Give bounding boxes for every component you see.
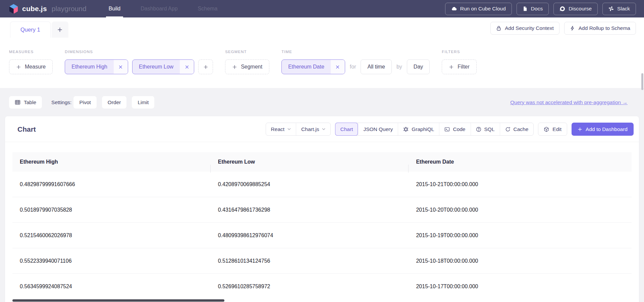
horizontal-scrollbar-thumb[interactable]: [12, 299, 224, 302]
plus-icon: [578, 127, 582, 132]
plus-icon: [203, 64, 208, 70]
cubejs-logo-icon: [9, 4, 18, 14]
dimension-chip-label[interactable]: Ethereum High: [65, 60, 114, 74]
chart-toolbar: React Chart.js Chart JSON Query: [266, 123, 634, 136]
lock-icon: [496, 26, 501, 31]
order-button[interactable]: Order: [102, 96, 127, 109]
tab-chart[interactable]: Chart: [335, 123, 358, 136]
vertical-scrollbar-thumb[interactable]: [641, 73, 643, 90]
pivot-button[interactable]: Pivot: [73, 96, 96, 109]
add-measure-label: Measure: [25, 64, 46, 70]
docs-button[interactable]: Docs: [517, 3, 549, 15]
slack-button[interactable]: Slack: [602, 3, 636, 15]
cell-ethereum-high: 0.5018979907035828: [12, 207, 211, 213]
dimensions-group: DIMENSIONS Ethereum High Ethereum Low: [65, 50, 213, 74]
framework-select[interactable]: React: [266, 123, 296, 135]
discourse-button[interactable]: Discourse: [553, 3, 598, 15]
add-query-tab-button[interactable]: [52, 21, 68, 38]
add-segment-label: Segment: [241, 64, 262, 70]
tab-sql-label: SQL: [484, 126, 495, 132]
cube-outline-icon: [544, 127, 549, 132]
query-tab-query-1[interactable]: Query 1: [10, 21, 51, 38]
doc-icon: [523, 6, 528, 11]
framework-select-value: React: [271, 126, 285, 132]
edit-button[interactable]: Edit: [538, 123, 567, 136]
settings-label: Settings:: [51, 99, 71, 105]
granularity-button[interactable]: Day: [407, 59, 430, 74]
chart-card-header: Chart React Chart.js Chart JSON Query: [5, 116, 639, 142]
add-filter-button[interactable]: Filter: [442, 59, 477, 74]
chip-remove-button[interactable]: [331, 60, 345, 74]
date-range-button[interactable]: All time: [361, 59, 391, 74]
segment-label: SEGMENT: [225, 50, 269, 54]
dimension-chip-label[interactable]: Ethereum Low: [132, 60, 180, 74]
chart-card: Chart React Chart.js Chart JSON Query: [5, 116, 639, 302]
preaggregation-link[interactable]: Query was not accelerated with pre-aggre…: [510, 99, 628, 105]
library-select[interactable]: Chart.js: [296, 123, 330, 135]
add-security-context-button[interactable]: Add Security Context: [490, 22, 559, 35]
chip-remove-button[interactable]: [180, 60, 194, 74]
cell-ethereum-high: 0.5215460062026978: [12, 232, 211, 239]
run-on-cube-cloud-button[interactable]: Run on Cube Cloud: [445, 3, 512, 15]
table-row: 0.5522339940071106 0.5128610134124756 20…: [12, 248, 632, 274]
dimension-chip[interactable]: Ethereum High: [65, 59, 128, 74]
table-view-button[interactable]: Table: [9, 96, 42, 109]
cell-ethereum-high: 0.48298799991607666: [12, 181, 211, 187]
plus-icon: [57, 27, 63, 33]
add-rollup-to-schema-button[interactable]: Add Rollup to Schema: [564, 22, 636, 35]
time-dimension-chip[interactable]: Ethereum Date: [281, 59, 345, 74]
query-tabs-actions: Add Security Context Add Rollup to Schem…: [490, 21, 636, 38]
question-circle-icon: [476, 127, 481, 132]
table-row: 0.48298799991607666 0.4208970069885254 2…: [12, 172, 632, 197]
tab-cache-label: Cache: [514, 126, 529, 132]
table-row: 0.5215460062026978 0.48099398612976074 2…: [12, 223, 632, 248]
time-chip-label[interactable]: Ethereum Date: [282, 60, 331, 74]
add-to-dashboard-button[interactable]: Add to Dashboard: [572, 123, 634, 136]
tab-code[interactable]: Code: [439, 123, 470, 135]
add-security-context-label: Add Security Context: [505, 25, 554, 31]
brand-name: cube.js: [22, 5, 47, 13]
for-label: for: [350, 64, 356, 70]
table-row: 0.5018979907035828 0.4316479861736298 20…: [12, 197, 632, 223]
table-grid-icon: [15, 99, 20, 105]
chart-title: Chart: [17, 125, 36, 133]
chevron-down-icon: [287, 128, 291, 130]
chevron-down-icon: [322, 128, 325, 130]
tab-sql[interactable]: SQL: [471, 123, 500, 135]
close-icon: [118, 65, 123, 69]
tab-cache[interactable]: Cache: [500, 123, 534, 135]
nav-tab-build[interactable]: Build: [109, 0, 121, 17]
limit-button[interactable]: Limit: [132, 96, 154, 109]
tab-graphiql[interactable]: GraphiQL: [398, 123, 439, 135]
filters-group: FILTERS Filter: [442, 50, 477, 74]
cell-ethereum-low: 0.5128610134124756: [211, 258, 409, 264]
cell-ethereum-low: 0.48099398612976074: [211, 232, 409, 239]
add-segment-button[interactable]: Segment: [225, 59, 269, 74]
table-row: 0.5634599924087524 0.5269610285758972 20…: [12, 274, 632, 299]
dimension-chip[interactable]: Ethereum Low: [132, 59, 194, 74]
navbar-actions: Run on Cube Cloud Docs Discourse: [445, 0, 636, 17]
nav-tab-schema[interactable]: Schema: [198, 0, 218, 17]
add-to-dashboard-label: Add to Dashboard: [586, 126, 628, 132]
chip-remove-button[interactable]: [114, 60, 128, 74]
tab-json-query[interactable]: JSON Query: [358, 123, 398, 135]
close-icon: [185, 65, 189, 69]
table-body: 0.48298799991607666 0.4208970069885254 2…: [12, 172, 632, 299]
nav-tab-dashboard-app[interactable]: Dashboard App: [141, 0, 177, 17]
add-measure-button[interactable]: Measure: [9, 59, 53, 74]
run-on-cube-cloud-label: Run on Cube Cloud: [460, 6, 506, 12]
cell-ethereum-date: 2015-10-20T00:00:00.000: [409, 207, 632, 213]
add-rollup-to-schema-label: Add Rollup to Schema: [579, 25, 630, 31]
cell-ethereum-date: 2015-10-19T00:00:00.000: [409, 232, 632, 239]
cell-ethereum-date: 2015-10-17T00:00:00.000: [409, 284, 632, 290]
column-header-ethereum-high: Ethereum High: [12, 159, 211, 165]
framework-library-selects: React Chart.js: [266, 123, 331, 136]
table-view-label: Table: [24, 99, 36, 105]
plus-icon: [16, 64, 21, 70]
measures-group: MEASURES Measure: [9, 50, 53, 74]
results-area: Table Settings: Pivot Order Limit Query …: [0, 88, 644, 302]
discourse-icon: [559, 6, 565, 12]
time-group: TIME Ethereum Date for All time by Day: [281, 50, 430, 74]
by-label: by: [396, 64, 402, 70]
add-dimension-button[interactable]: [198, 59, 213, 74]
